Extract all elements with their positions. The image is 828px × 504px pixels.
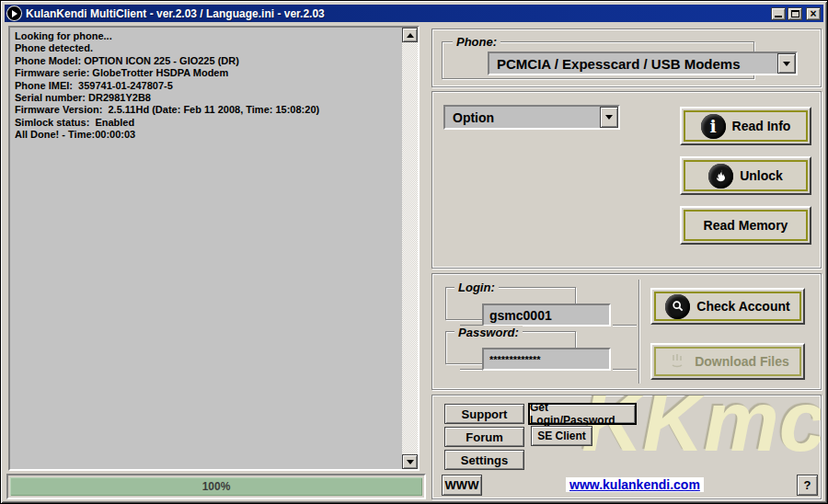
option-panel: Option i Read Info Unlock Read Memory: [431, 91, 822, 269]
log-line: All Done! - Time:00:00:03: [15, 129, 397, 141]
settings-label: Settings: [461, 453, 508, 467]
window-title: KulanKendi MultiClient - ver.2.03 / Lang…: [26, 7, 325, 20]
decor-line: [460, 369, 484, 371]
log-line: Simlock status: Enabled: [15, 117, 397, 129]
help-button[interactable]: ?: [797, 475, 818, 496]
log-line: Serial number: DR2981Y2B8: [15, 92, 397, 104]
log-output: Looking for phone...Phone detected.Phone…: [8, 26, 420, 471]
download-files-label: Download Files: [695, 354, 789, 369]
phone-model-value: PCMCIA / Expesscard / USB Modems: [489, 56, 741, 72]
www-button[interactable]: WWW: [442, 475, 482, 496]
download-files-button: Download Files: [650, 343, 805, 380]
log-line: Phone IMEI: 359741-01-247807-5: [15, 80, 397, 92]
progress-label: 100%: [202, 480, 231, 493]
unlock-label: Unlock: [740, 168, 783, 183]
chevron-down-icon: [783, 62, 790, 66]
download-icon: [666, 350, 688, 372]
read-memory-label: Read Memory: [704, 218, 788, 233]
close-icon: ×: [810, 9, 816, 18]
password-input[interactable]: [482, 348, 611, 371]
decor-line: [613, 369, 637, 371]
divider: [638, 280, 640, 384]
minimize-icon: [775, 16, 782, 17]
forum-button[interactable]: Forum: [444, 427, 524, 447]
scroll-down-icon: [407, 460, 414, 464]
minimize-button[interactable]: [771, 7, 786, 20]
close-button[interactable]: ×: [806, 7, 821, 20]
help-label: ?: [804, 478, 811, 492]
chevron-down-icon: [605, 115, 613, 120]
flame-icon: [708, 164, 733, 189]
unlock-button[interactable]: Unlock: [680, 156, 811, 195]
title-bar: KulanKendi MultiClient - ver.2.03 / Lang…: [5, 5, 823, 22]
app-play-icon: [7, 6, 21, 20]
scroll-down-button[interactable]: [402, 454, 418, 469]
account-panel: Login: Password: Check Account Download …: [431, 273, 822, 390]
read-memory-button[interactable]: Read Memory: [680, 206, 811, 245]
maximize-icon: [791, 10, 799, 17]
login-label: Login:: [454, 281, 499, 294]
read-info-label: Read Info: [732, 119, 791, 133]
scroll-up-icon: [407, 33, 414, 38]
phone-label: Phone:: [453, 35, 500, 49]
log-scrollbar[interactable]: [402, 28, 418, 469]
scroll-up-button[interactable]: [402, 28, 418, 42]
support-label: Support: [462, 407, 508, 421]
log-line: Phone detected.: [15, 42, 397, 54]
kulankendi-link[interactable]: www.kulankendi.com: [566, 477, 704, 492]
settings-button[interactable]: Settings: [444, 450, 524, 470]
se-client-button[interactable]: SE Client: [531, 426, 592, 446]
read-info-button[interactable]: i Read Info: [680, 107, 811, 145]
log-line: Firmware serie: GlobeTrotter HSDPA Modem: [15, 67, 397, 79]
option-value: Option: [445, 110, 494, 125]
get-login-password-button[interactable]: Get Login/Password: [528, 403, 637, 425]
option-dropdown-button[interactable]: [600, 107, 618, 128]
log-lines: Looking for phone...Phone detected.Phone…: [10, 28, 402, 469]
get-login-password-label: Get Login/Password: [530, 401, 635, 427]
progress-bar: 100%: [6, 474, 426, 499]
support-button[interactable]: Support: [444, 404, 524, 424]
forum-label: Forum: [466, 430, 502, 444]
check-account-label: Check Account: [696, 299, 789, 314]
check-account-button[interactable]: Check Account: [650, 288, 805, 325]
log-line: Looking for phone...: [15, 30, 397, 42]
info-icon: i: [701, 114, 726, 139]
magnifier-icon: [665, 294, 690, 319]
links-panel: KKmc Support Forum Settings Get Login/Pa…: [431, 395, 822, 499]
phone-model-select[interactable]: PCMCIA / Expesscard / USB Modems: [488, 52, 798, 75]
app-window: KulanKendi MultiClient - ver.2.03 / Lang…: [0, 0, 828, 504]
se-client-label: SE Client: [537, 430, 586, 442]
log-line: Phone Model: OPTION ICON 225 - GIO225 (D…: [15, 55, 397, 67]
maximize-button[interactable]: [788, 7, 802, 20]
progress-fill: 100%: [10, 477, 422, 496]
www-label: WWW: [445, 478, 479, 492]
login-input[interactable]: [482, 304, 611, 326]
password-label: Password:: [454, 326, 523, 339]
log-line: Firmware Version: 2.5.11Hd (Date: Feb 11…: [15, 104, 397, 116]
option-select[interactable]: Option: [443, 105, 620, 130]
phone-panel: Phone: PCMCIA / Expesscard / USB Modems: [431, 29, 822, 87]
phone-dropdown-button[interactable]: [777, 53, 796, 74]
decor-line: [613, 325, 637, 326]
